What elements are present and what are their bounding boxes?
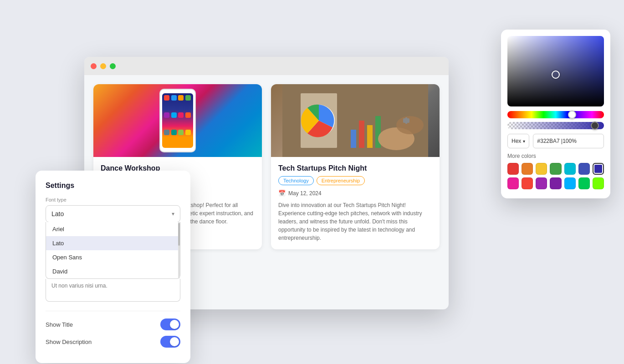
dropdown-scrollbar: [178, 222, 180, 278]
close-button[interactable]: [91, 63, 97, 69]
tag-technology: Technology: [278, 176, 314, 185]
swatch-red[interactable]: [507, 163, 519, 175]
swatch-coral[interactable]: [522, 177, 533, 189]
color-cursor[interactable]: [552, 71, 560, 79]
card-body-tech: Tech Startups Pitch Night Technology Ent…: [271, 157, 440, 249]
opacity-slider-wrapper: [507, 122, 604, 129]
show-description-label: Show Description: [46, 339, 92, 345]
swatch-orange[interactable]: [522, 163, 533, 175]
settings-title: Settings: [46, 182, 180, 190]
settings-panel: Settings Font type Lato ▾ Ariel Lato Ope…: [36, 171, 190, 363]
swatch-purple[interactable]: [536, 177, 547, 189]
font-dropdown: Ariel Lato Open Sans David: [46, 222, 180, 279]
opacity-text: 100%: [563, 138, 577, 144]
hue-slider[interactable]: [507, 111, 604, 118]
browser-titlebar: [84, 57, 449, 75]
show-title-row: Show Title: [46, 318, 180, 330]
svg-point-8: [396, 116, 424, 134]
svg-rect-5: [367, 125, 373, 148]
show-title-toggle[interactable]: [160, 318, 180, 330]
swatch-indigo[interactable]: [578, 163, 590, 175]
swatch-cyan[interactable]: [564, 163, 576, 175]
swatches-row-2: [507, 177, 604, 189]
card-image-phone: [93, 84, 262, 157]
swatch-lime[interactable]: [593, 177, 604, 189]
swatch-light-green[interactable]: [578, 177, 590, 189]
phone-screen: [162, 93, 193, 148]
calendar-icon-2: 📅: [278, 190, 286, 197]
swatch-green[interactable]: [550, 163, 561, 175]
font-select-box[interactable]: Lato ▾: [46, 205, 180, 222]
tag-entrepreneurship: Entrepreneurship: [317, 176, 365, 185]
hex-type-select[interactable]: Hex ▾: [507, 134, 529, 148]
business-svg: [271, 84, 440, 157]
card-tech-startups: Tech Startups Pitch Night Technology Ent…: [271, 84, 440, 249]
color-picker-panel: Hex ▾ #322BA7 | 100% More colors: [501, 30, 610, 198]
card-desc-tech: Dive into innovation at our Tech Startup…: [278, 201, 432, 242]
svg-rect-10: [405, 117, 407, 124]
phone-shape: [159, 89, 196, 152]
font-select-wrapper: Lato ▾ Ariel Lato Open Sans David: [46, 205, 180, 303]
minimize-button[interactable]: [100, 63, 106, 69]
hex-chevron-icon: ▾: [523, 139, 525, 144]
hex-type-label: Hex: [511, 138, 521, 144]
selected-font: Lato: [51, 210, 64, 217]
chevron-down-icon: ▾: [172, 211, 174, 217]
hue-slider-wrapper: [507, 111, 604, 118]
hex-row: Hex ▾ #322BA7 | 100%: [507, 134, 604, 148]
scrollbar-thumb: [178, 223, 180, 246]
font-option-opensans[interactable]: Open Sans: [46, 250, 180, 264]
opacity-thumb[interactable]: [591, 121, 599, 130]
font-option-lato[interactable]: Lato: [46, 236, 180, 250]
swatch-light-blue[interactable]: [564, 177, 576, 189]
card-date-tech: 📅 May 12, 2024: [278, 190, 432, 197]
settings-divider: [46, 311, 180, 311]
hex-value-input[interactable]: #322BA7 | 100%: [533, 134, 604, 148]
swatch-yellow[interactable]: [536, 163, 547, 175]
color-gradient-area[interactable]: [507, 36, 604, 106]
card-title-tech: Tech Startups Pitch Night: [278, 164, 432, 172]
show-title-label: Show Title: [46, 321, 73, 328]
show-description-row: Show Description: [46, 336, 180, 348]
tag-row-tech: Technology Entrepreneurship: [278, 176, 432, 185]
svg-rect-4: [359, 121, 364, 148]
more-colors-label: More colors: [507, 153, 604, 159]
swatch-dark-blue[interactable]: [593, 163, 604, 175]
show-description-toggle[interactable]: [160, 336, 180, 348]
hex-value-text: #322BA7 |: [537, 138, 563, 144]
opacity-slider[interactable]: [507, 122, 604, 129]
svg-rect-3: [351, 130, 356, 148]
font-option-david[interactable]: David: [46, 264, 180, 278]
swatch-pink[interactable]: [507, 177, 519, 189]
hue-thumb[interactable]: [568, 111, 576, 119]
maximize-button[interactable]: [110, 63, 116, 69]
swatches-row-1: [507, 163, 604, 175]
font-type-label: Font type: [46, 197, 180, 202]
textarea-field[interactable]: [46, 279, 180, 302]
card-image-business: [271, 84, 440, 157]
font-option-ariel[interactable]: Ariel: [46, 222, 180, 236]
swatch-violet[interactable]: [550, 177, 561, 189]
